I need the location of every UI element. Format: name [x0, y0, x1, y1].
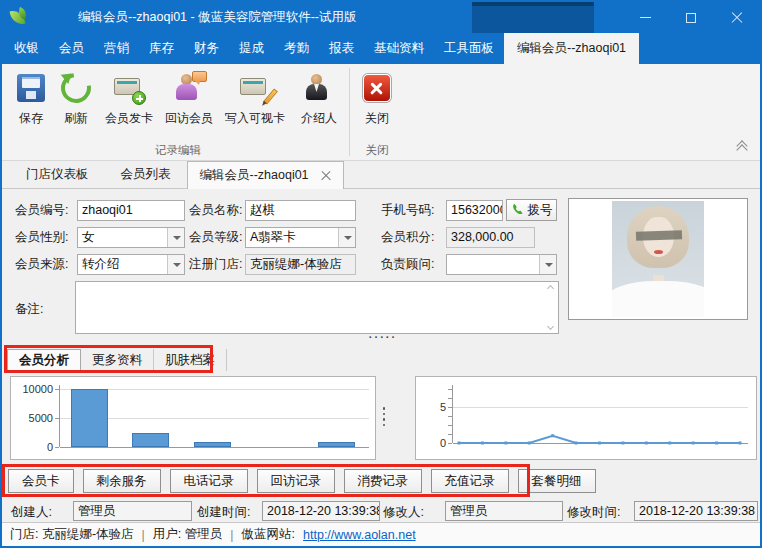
- remark-textarea[interactable]: [75, 281, 559, 334]
- creator-label: 创建人:: [11, 502, 52, 522]
- save-button[interactable]: 保存: [10, 69, 52, 141]
- menu-tab-edit-member-active[interactable]: 编辑会员--zhaoqi01: [504, 33, 639, 64]
- document-tab-bar: 门店仪表板 会员列表 编辑会员--zhaoqi01: [2, 161, 760, 189]
- line-chart-y-axis: 05: [416, 377, 450, 459]
- member-id-input[interactable]: zhaoqi01: [77, 200, 185, 221]
- menu-item-member[interactable]: 会员: [49, 33, 94, 64]
- points-label: 会员积分:: [381, 227, 434, 248]
- splitter-handle[interactable]: ·····: [354, 332, 412, 342]
- close-icon: [731, 12, 743, 24]
- chevron-up-icon[interactable]: [547, 286, 555, 291]
- gender-label: 会员性别:: [15, 227, 68, 248]
- annotation-red-box-analysis-tabs: [4, 345, 213, 373]
- write-card-button[interactable]: 写入可视卡: [221, 69, 289, 141]
- member-photo[interactable]: [612, 201, 704, 317]
- phone-icon: [511, 203, 525, 217]
- status-bar: 门店: 克丽缇娜-体验店 | 用户: 管理员 | 傲蓝网站: http://ww…: [2, 522, 760, 546]
- create-time-label: 创建时间:: [197, 502, 250, 522]
- collapse-chevron-icon[interactable]: [736, 142, 750, 154]
- status-site-label: 傲蓝网站:: [242, 526, 295, 543]
- maximize-icon: [686, 13, 696, 23]
- save-icon: [16, 73, 46, 103]
- maximize-button[interactable]: [668, 2, 714, 33]
- chevron-down-icon[interactable]: [547, 324, 555, 329]
- points-field: 328,000.00: [446, 227, 535, 248]
- window-title: 编辑会员--zhaoqi01 - 傲蓝美容院管理软件--试用版: [78, 2, 357, 33]
- visit-member-button[interactable]: 回访会员: [161, 69, 217, 141]
- website-link[interactable]: http://www.aolan.net: [303, 528, 416, 542]
- status-separator: |: [142, 528, 145, 542]
- bar-chart-plot: [59, 385, 369, 447]
- title-bar: 编辑会员--zhaoqi01 - 傲蓝美容院管理软件--试用版: [2, 2, 760, 33]
- reg-store-field: 克丽缇娜-体验店: [245, 254, 356, 275]
- menu-item-basic-data[interactable]: 基础资料: [364, 33, 434, 64]
- doc-tab-edit-member[interactable]: 编辑会员--zhaoqi01: [187, 161, 344, 189]
- introducer-button[interactable]: 介绍人: [294, 69, 344, 141]
- menu-item-inventory[interactable]: 库存: [139, 33, 184, 64]
- issue-card-button[interactable]: 会员发卡: [101, 69, 157, 141]
- app-leaf-icon: [9, 7, 29, 27]
- minimize-button[interactable]: [622, 2, 668, 33]
- phone-input[interactable]: 15632000: [446, 200, 503, 221]
- grade-select[interactable]: A翡翠卡: [245, 227, 356, 248]
- advisor-select[interactable]: [446, 254, 557, 275]
- dial-button[interactable]: 拨号: [506, 199, 557, 221]
- close-icon[interactable]: [321, 171, 331, 181]
- ribbon-toolbar: 保存 刷新 会员发卡 回访会员 写入可视卡 介绍人 关闭 记录编辑 关闭: [2, 64, 760, 161]
- consumption-bar-chart: 0500010000: [10, 376, 376, 460]
- doc-tab-dashboard[interactable]: 门店仪表板: [10, 161, 105, 188]
- source-select[interactable]: 转介绍: [77, 254, 185, 275]
- source-label: 会员来源:: [15, 254, 68, 275]
- phone-label: 手机号码:: [381, 200, 434, 221]
- menu-item-marketing[interactable]: 营销: [94, 33, 139, 64]
- gender-select[interactable]: 女: [77, 227, 185, 248]
- close-tab-button[interactable]: 关闭: [355, 69, 399, 141]
- menu-item-tools[interactable]: 工具面板: [434, 33, 504, 64]
- reg-store-label: 注册门店:: [189, 254, 242, 275]
- ribbon-group-label-close: 关闭: [353, 143, 401, 159]
- create-time-field: 2018-12-20 13:39:38: [262, 501, 380, 521]
- status-separator: |: [230, 528, 233, 542]
- modifier-field: 管理员: [445, 501, 563, 521]
- status-user: 用户: 管理员: [153, 526, 222, 543]
- chart-splitter-handle[interactable]: [382, 407, 386, 426]
- introducer-icon: [304, 73, 334, 103]
- active-tab-highlight: [472, 2, 594, 33]
- issue-card-icon: [114, 73, 144, 103]
- visit-member-icon: [174, 73, 204, 103]
- modify-time-field: 2018-12-20 13:39:38: [634, 501, 758, 521]
- menu-item-attendance[interactable]: 考勤: [274, 33, 319, 64]
- line-chart-plot: [452, 385, 748, 443]
- doc-tab-member-list[interactable]: 会员列表: [105, 161, 187, 188]
- refresh-icon: [61, 73, 91, 103]
- write-card-icon: [240, 73, 270, 103]
- close-window-button[interactable]: [714, 2, 760, 33]
- annotation-red-box-record-tabs: [2, 464, 530, 497]
- creator-field: 管理员: [73, 501, 192, 521]
- combo-arrow-icon[interactable]: [167, 255, 184, 274]
- bar-chart-y-axis: 0500010000: [11, 377, 57, 459]
- menu-item-finance[interactable]: 财务: [184, 33, 229, 64]
- menu-item-reports[interactable]: 报表: [319, 33, 364, 64]
- combo-arrow-icon[interactable]: [167, 228, 184, 247]
- ribbon-group-separator: [349, 68, 350, 156]
- minimize-icon: [640, 17, 651, 18]
- refresh-button[interactable]: 刷新: [55, 69, 97, 141]
- menu-bar: 收银 会员 营销 库存 财务 提成 考勤 报表 基础资料 工具面板 编辑会员--…: [2, 33, 760, 64]
- ribbon-group-label-record-edit: 记录编辑: [10, 143, 346, 159]
- combo-arrow-icon[interactable]: [539, 255, 556, 274]
- menu-item-commission[interactable]: 提成: [229, 33, 274, 64]
- dial-button-label: 拨号: [528, 202, 553, 219]
- status-store: 门店: 克丽缇娜-体验店: [10, 526, 134, 543]
- member-id-label: 会员编号:: [15, 200, 68, 221]
- modify-time-label: 修改时间:: [567, 502, 620, 522]
- member-name-input[interactable]: 赵棋: [245, 200, 356, 221]
- combo-arrow-icon[interactable]: [338, 228, 355, 247]
- modifier-label: 修改人:: [383, 502, 424, 522]
- window-controls: [622, 2, 760, 33]
- menu-item-cashier[interactable]: 收银: [4, 33, 49, 64]
- grade-label: 会员等级:: [189, 227, 242, 248]
- app-window: 编辑会员--zhaoqi01 - 傲蓝美容院管理软件--试用版 收银 会员 营销…: [0, 0, 762, 548]
- advisor-label: 负责顾问:: [381, 254, 434, 275]
- doc-tab-label: 编辑会员--zhaoqi01: [200, 167, 309, 184]
